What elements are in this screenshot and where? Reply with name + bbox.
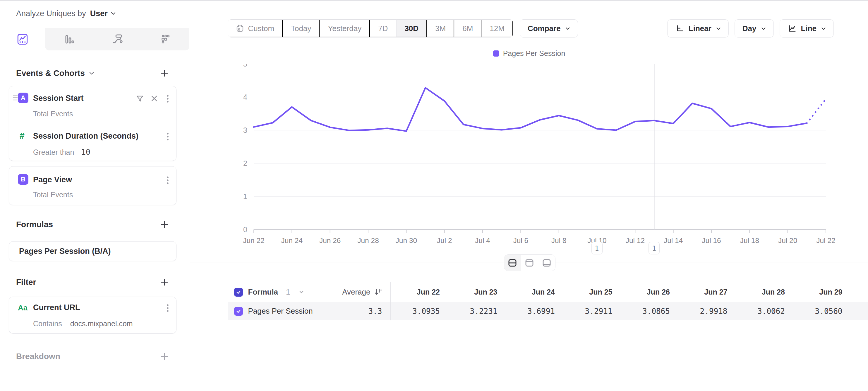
remove-event-button[interactable] <box>149 93 159 104</box>
column-header[interactable]: Jun 29 <box>793 288 850 296</box>
bar-chart-icon <box>63 33 75 46</box>
filter-card[interactable]: Aa Current URL Contains docs.mixpanel.co… <box>9 297 177 334</box>
filter-property[interactable]: Current URL <box>33 303 80 312</box>
analyze-header: Analyze Uniques by User <box>0 0 189 27</box>
flow-icon <box>111 33 124 46</box>
average-value: 3.3 <box>368 307 382 316</box>
condition-value[interactable]: 10 <box>81 148 90 157</box>
range-7d[interactable]: 7D <box>370 20 396 37</box>
add-formula-button[interactable] <box>159 219 170 230</box>
range-custom[interactable]: Custom <box>228 20 283 37</box>
event-options-button[interactable] <box>165 93 170 105</box>
filter-options-button[interactable] <box>165 303 170 314</box>
property-title[interactable]: Session Duration (Seconds) <box>33 132 138 141</box>
column-header[interactable]: Jun 26 <box>620 288 678 296</box>
range-6m[interactable]: 6M <box>454 20 482 37</box>
condition-operator[interactable]: Greater than <box>33 148 74 157</box>
filter-condition: Contains docs.mixpanel.com <box>33 319 133 328</box>
event-card-session-start[interactable]: A Session Start Total Events # Session D… <box>9 86 177 161</box>
property-options-button[interactable] <box>165 131 170 143</box>
layout-chart-only-button[interactable] <box>521 255 538 271</box>
chart-type-dropdown[interactable]: Line <box>780 19 834 37</box>
chevron-down-icon[interactable] <box>89 71 94 75</box>
range-yesterday[interactable]: Yesterday <box>319 20 370 37</box>
column-header[interactable]: Jun 24 <box>505 288 563 296</box>
event-measurement[interactable]: Total Events <box>33 110 73 118</box>
filter-value[interactable]: docs.mixpanel.com <box>70 319 133 328</box>
add-event-button[interactable] <box>159 68 170 79</box>
annotation-badge[interactable]: 1 <box>649 242 660 254</box>
average-column-header[interactable]: Average <box>342 287 382 297</box>
plus-icon <box>160 69 168 77</box>
add-filter-button[interactable] <box>159 277 170 287</box>
sort-descending-icon <box>374 288 382 296</box>
tab-funnels[interactable] <box>45 28 93 50</box>
scale-dropdown[interactable]: Linear <box>667 19 729 37</box>
projected-dotted-segment <box>807 99 826 123</box>
series-name: Pages Per Session <box>248 307 313 316</box>
column-header[interactable]: Jun 23 <box>448 288 505 296</box>
formula-column-label[interactable]: Formula <box>248 287 278 297</box>
split-view-icon <box>507 258 518 268</box>
event-options-button[interactable] <box>165 175 170 187</box>
drag-handle-icon[interactable] <box>12 94 18 102</box>
tab-retention[interactable] <box>141 28 189 50</box>
interval-dropdown[interactable]: Day <box>735 19 774 37</box>
y-axis-label: 1 <box>243 192 247 200</box>
chevron-down-icon <box>821 27 826 30</box>
range-label: Yesterday <box>328 24 362 33</box>
kebab-icon <box>166 132 169 142</box>
tab-flows[interactable] <box>93 28 141 50</box>
tab-insights[interactable] <box>0 28 45 50</box>
annotation-badge[interactable]: 1 <box>591 242 602 254</box>
chevron-down-icon[interactable] <box>299 290 304 294</box>
formula-column-number: 1 <box>286 287 290 297</box>
range-12m[interactable]: 12M <box>482 20 513 37</box>
events-cohorts-section-header: Events & Cohorts <box>16 67 170 79</box>
formula-card[interactable]: Pages Per Session (B/A) <box>9 241 177 261</box>
column-header[interactable]: Jun 25 <box>563 288 620 296</box>
pages-per-session-line-chart: 012345Jun 22Jun 24Jun 26Jun 28Jun 30Jul … <box>236 64 839 257</box>
scale-label: Linear <box>689 24 711 33</box>
add-breakdown-button[interactable] <box>159 351 170 362</box>
analyze-label: Analyze Uniques by <box>16 9 86 18</box>
column-header[interactable]: Jun 27 <box>678 288 736 296</box>
event-title[interactable]: Session Start <box>33 94 84 103</box>
x-axis-label: Jul 4 <box>475 236 490 245</box>
analyze-uniques-dropdown[interactable]: User <box>90 9 116 18</box>
y-axis-label: 5 <box>243 64 247 68</box>
results-table-header: Formula 1 Average Jun 22Jun 23Jun 24Jun … <box>228 282 868 302</box>
y-axis-label: 0 <box>243 225 247 233</box>
event-card-page-view[interactable]: B Page View Total Events <box>9 166 177 205</box>
compare-button[interactable]: Compare <box>520 19 578 37</box>
frozen-column-divider <box>391 282 391 320</box>
range-label: 30D <box>404 24 418 33</box>
compare-label: Compare <box>528 24 561 33</box>
filter-event-button[interactable] <box>134 93 146 104</box>
y-axis-label: 3 <box>243 126 247 134</box>
analyze-value: User <box>90 9 108 18</box>
event-title[interactable]: Page View <box>33 175 72 184</box>
chart-legend[interactable]: Pages Per Session <box>190 49 868 58</box>
layout-split-button[interactable] <box>504 255 521 271</box>
range-today[interactable]: Today <box>283 20 319 37</box>
filter-icon <box>135 94 144 103</box>
range-label: 6M <box>462 24 473 33</box>
y-axis-label: 2 <box>243 159 247 167</box>
filter-operator[interactable]: Contains <box>33 319 62 328</box>
breakdown-section-header: Breakdown <box>16 351 170 362</box>
inactive-tabs <box>45 28 189 50</box>
layout-table-only-button[interactable] <box>538 255 555 271</box>
column-header[interactable]: Jun 22 <box>391 288 448 296</box>
select-all-checkbox[interactable] <box>234 288 243 297</box>
kebab-icon <box>166 94 169 104</box>
column-header[interactable]: Jun 28 <box>736 288 793 296</box>
table-row[interactable]: Pages Per Session 3.3 3.09353.22313.6991… <box>228 302 868 320</box>
x-axis-label: Jul 18 <box>740 236 759 245</box>
x-axis-label: Jul 22 <box>816 236 835 245</box>
range-30d[interactable]: 30D <box>396 20 427 37</box>
range-3m[interactable]: 3M <box>427 20 454 37</box>
filter-title: Filter <box>16 278 36 287</box>
event-measurement[interactable]: Total Events <box>33 191 73 199</box>
row-checkbox[interactable] <box>234 307 243 316</box>
